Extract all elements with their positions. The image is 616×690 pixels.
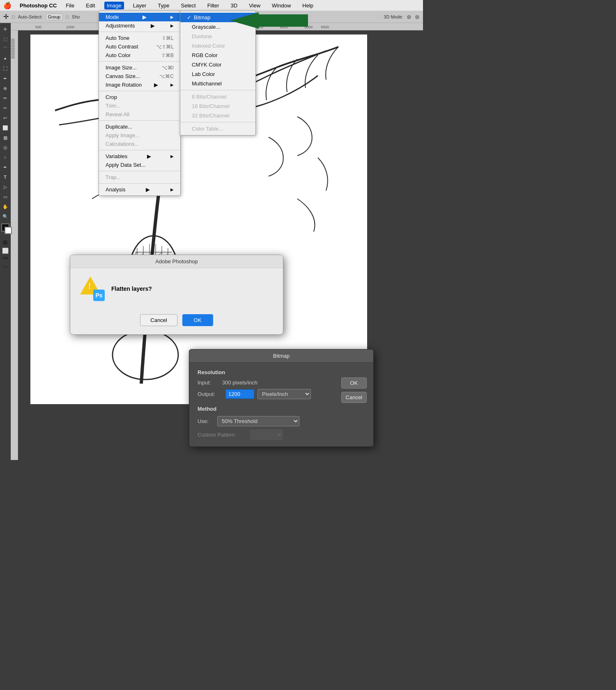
menu-item-apply-data-set[interactable]: Apply Data Set...	[99, 161, 180, 169]
menu-item-crop[interactable]: Crop	[99, 93, 180, 101]
menu-item-adjustments[interactable]: Adjustments ▶	[99, 21, 180, 30]
menu-help[interactable]: Help	[300, 2, 316, 9]
3d-mode-icon1[interactable]: ⊕	[407, 14, 411, 20]
dialog-titlebar: Adobe Photoshop	[70, 255, 283, 268]
eraser-tool[interactable]: ⬜	[1, 123, 10, 132]
background-color[interactable]	[5, 227, 12, 234]
bitmap-cancel-button[interactable]: Cancel	[341, 392, 367, 403]
separator-6	[99, 171, 180, 171]
gradient-tool[interactable]: ▦	[1, 133, 10, 142]
menu-item-reveal-all[interactable]: Reveal All	[99, 110, 180, 119]
image-size-label: Image Size...	[106, 64, 137, 71]
menu-view[interactable]: View	[246, 2, 263, 9]
screen-mode-icon2[interactable]: ▭	[3, 255, 8, 261]
custom-pattern-label: Custom Pattern:	[198, 432, 247, 438]
grayscale-label: Grayscale...	[192, 24, 220, 30]
16bit-label: 16 Bits/Channel	[192, 103, 230, 109]
adjustments-arrow: ▶	[151, 23, 155, 29]
mode-item-cmyk-color[interactable]: CMYK Color	[180, 60, 255, 69]
rgb-color-label: RGB Color	[192, 52, 218, 58]
more-tools[interactable]: ···	[3, 263, 7, 269]
quick-mask-icon[interactable]: ◎	[3, 239, 7, 245]
apply-data-set-label: Apply Data Set...	[106, 162, 146, 168]
32bit-label: 32 Bits/Channel	[192, 113, 230, 119]
menu-layer[interactable]: Layer	[131, 2, 149, 9]
menu-item-apply-image[interactable]: Apply Image...	[99, 131, 180, 140]
menu-3d[interactable]: 3D	[228, 2, 240, 9]
menu-file[interactable]: File	[63, 2, 77, 9]
menu-item-trim[interactable]: Trim...	[99, 101, 180, 110]
group-dropdown[interactable]: Group	[46, 14, 63, 20]
dodge-tool[interactable]: ○	[1, 153, 10, 162]
menu-select[interactable]: Select	[178, 2, 198, 9]
green-arrow-annotation	[226, 12, 308, 38]
menu-item-auto-tone[interactable]: Auto Tone ⇧⌘L	[99, 34, 180, 42]
zoom-tool[interactable]: 🔍	[1, 212, 10, 221]
flatten-ok-button[interactable]: OK	[182, 314, 213, 326]
pen-tool[interactable]: ✒	[1, 163, 10, 172]
3d-mode-icon2[interactable]: ⊗	[415, 14, 420, 20]
trap-label: Trap...	[106, 174, 121, 180]
type-tool[interactable]: T	[1, 172, 10, 182]
input-row: Input: 300 pixels/inch	[198, 380, 365, 386]
path-selection-tool[interactable]: ▷	[1, 182, 10, 191]
method-section-label: Method	[198, 406, 365, 412]
bitmap-label: Bitmap	[194, 14, 210, 21]
move-tool[interactable]: ✛	[1, 25, 10, 34]
show-checkbox[interactable]: □	[66, 14, 69, 19]
menu-item-image-size[interactable]: Image Size... ⌥⌘I	[99, 63, 180, 72]
analysis-label: Analysis	[106, 186, 125, 193]
mode-item-lab-color[interactable]: Lab Color	[180, 69, 255, 79]
lasso-tool[interactable]: ⌒	[1, 44, 10, 53]
menu-item-duplicate[interactable]: Duplicate...	[99, 122, 180, 131]
mode-item-rgb-color[interactable]: RGB Color	[180, 51, 255, 60]
brush-tool[interactable]: ✏	[1, 94, 10, 103]
lab-color-label: Lab Color	[192, 71, 215, 77]
bitmap-dialog-body: OK Cancel Resolution Input: 300 pixels/i…	[189, 363, 373, 446]
marquee-tool[interactable]: ⬚	[1, 34, 10, 44]
image-rotation-label: Image Rotation	[106, 82, 142, 88]
canvas-size-shortcut: ⌥⌘C	[159, 74, 174, 79]
magic-wand-tool[interactable]: ✦	[1, 54, 10, 63]
eyedropper-tool[interactable]: ✒	[1, 74, 10, 83]
menu-type[interactable]: Type	[155, 2, 172, 9]
shape-tool[interactable]: ▭	[1, 192, 10, 201]
clone-stamp-tool[interactable]: ✂	[1, 104, 10, 113]
output-unit-select[interactable]: Pixels/Inch Pixels/cm	[257, 389, 311, 399]
menu-item-auto-color[interactable]: Auto Color ⇧⌘B	[99, 51, 180, 60]
crop-tool[interactable]: ⛶	[1, 64, 10, 73]
blur-tool[interactable]: ◎	[1, 143, 10, 152]
apply-image-label: Apply Image...	[106, 132, 140, 138]
move-tool-icon: ✛	[3, 13, 9, 21]
menu-window[interactable]: Window	[269, 2, 293, 9]
bitmap-ok-button[interactable]: OK	[341, 377, 367, 389]
menu-item-variables[interactable]: Variables ▶	[99, 152, 180, 161]
spot-heal-tool[interactable]: ⊕	[1, 84, 10, 93]
duplicate-label: Duplicate...	[106, 124, 132, 130]
mode-item-multichannel[interactable]: Multichannel	[180, 79, 255, 88]
history-brush-tool[interactable]: ↩	[1, 113, 10, 122]
flatten-cancel-button[interactable]: Cancel	[140, 314, 177, 326]
menu-item-calculations[interactable]: Calculations...	[99, 140, 180, 148]
menu-item-canvas-size[interactable]: Canvas Size... ⌥⌘C	[99, 72, 180, 80]
menu-item-image-rotation[interactable]: Image Rotation ▶	[99, 80, 180, 89]
menu-item-analysis[interactable]: Analysis ▶	[99, 185, 180, 194]
menu-image[interactable]: Image	[104, 2, 124, 9]
auto-select-checkbox[interactable]: □	[12, 14, 15, 19]
screen-mode-icon[interactable]: ⬜	[2, 248, 9, 254]
3d-mode-label: 3D Mode:	[384, 14, 403, 19]
use-method-select[interactable]: 50% Threshold Pattern Dither Diffusion D…	[217, 416, 299, 426]
foreground-color[interactable]	[1, 223, 9, 232]
image-rotation-arrow: ▶	[154, 82, 158, 88]
menu-item-trap[interactable]: Trap...	[99, 173, 180, 182]
use-row: Use: 50% Threshold Pattern Dither Diffus…	[198, 416, 365, 426]
menu-item-auto-contrast[interactable]: Auto Contrast ⌥⇧⌘L	[99, 42, 180, 51]
menu-edit[interactable]: Edit	[83, 2, 97, 9]
separator-7	[99, 183, 180, 184]
bitmap-dialog-title: Bitmap	[189, 350, 373, 363]
menu-filter[interactable]: Filter	[205, 2, 222, 9]
output-input[interactable]	[225, 389, 254, 399]
ruler-mark-500: 500	[35, 25, 41, 29]
menu-item-mode[interactable]: Mode ▶	[99, 13, 180, 21]
hand-tool[interactable]: ✋	[1, 202, 10, 211]
